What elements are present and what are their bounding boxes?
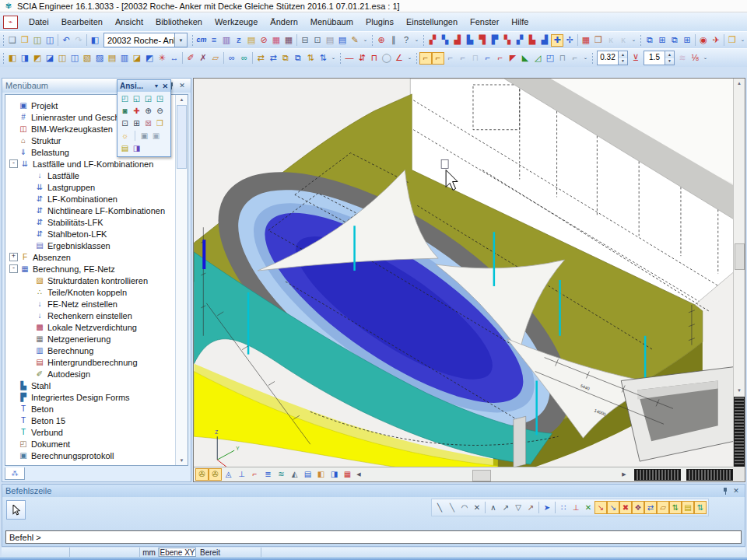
- member-op-1-icon[interactable]: ◧: [6, 52, 19, 65]
- table-results-icon[interactable]: ▦: [282, 34, 295, 47]
- menu-einstellungen[interactable]: Einstellungen: [400, 15, 464, 29]
- tree-item-verbund[interactable]: TVerbund: [5, 426, 175, 438]
- tree-item-lastgruppen[interactable]: ⇊Lastgruppen: [5, 181, 175, 193]
- display-node-2-icon[interactable]: ▚: [439, 34, 451, 47]
- splitter-bar-v[interactable]: [734, 397, 745, 467]
- ucs-axes-icon[interactable]: ✚: [131, 105, 142, 117]
- move-1-icon[interactable]: ⇄: [254, 52, 267, 65]
- mesh-folder-icon[interactable]: ❒: [592, 34, 605, 47]
- frame-tool-2-icon[interactable]: ⌐: [432, 52, 444, 65]
- select-pen-icon[interactable]: ✐: [184, 52, 197, 65]
- view-y-icon[interactable]: ◱: [131, 93, 142, 104]
- display-node-3-icon[interactable]: ▟: [451, 34, 464, 47]
- camera-2-icon[interactable]: ▣: [150, 130, 162, 142]
- wave-tool-icon[interactable]: ≋: [676, 52, 689, 65]
- ratio-tool-icon[interactable]: ⅛: [689, 52, 701, 65]
- copy-2-icon[interactable]: ⧉: [292, 52, 304, 65]
- tree-item-teile-knoten-koppeln[interactable]: ∴Teile/Knoten koppeln: [5, 286, 175, 298]
- mirror-1-icon[interactable]: ⇅: [304, 52, 317, 65]
- frame-tool-6-icon[interactable]: ⌐: [482, 52, 494, 65]
- mirror-2-icon[interactable]: ⇅: [317, 52, 329, 65]
- regen-view-icon[interactable]: ▦: [341, 468, 354, 481]
- draw-double-icon[interactable]: ⇵: [356, 52, 368, 65]
- kw-tool-2-icon[interactable]: ĸ: [617, 34, 630, 47]
- splitter-bar-h1[interactable]: [634, 469, 681, 481]
- track-node-icon[interactable]: ↘: [607, 501, 619, 514]
- toolbar-chevron-icon[interactable]: ˇ: [329, 52, 338, 65]
- frame-tool-5-icon[interactable]: ⊓: [469, 52, 482, 65]
- snap-free-icon[interactable]: ╲: [433, 501, 446, 514]
- kw-tool-1-icon[interactable]: ĸ: [605, 34, 617, 47]
- snap-arc-icon[interactable]: ◠: [458, 501, 471, 514]
- viewport-vscrollbar[interactable]: ▲ ▼: [733, 79, 745, 467]
- work-plane-icon[interactable]: ▱: [657, 501, 669, 514]
- display-node-7-icon[interactable]: ▚: [501, 34, 514, 47]
- project-combo-dropdown-icon[interactable]: ▼: [174, 33, 187, 47]
- numbering-icon[interactable]: ▤: [301, 468, 314, 481]
- draw-rect-icon[interactable]: ⊓: [368, 52, 381, 65]
- tree-item-fe-netz-einstellen[interactable]: ↓FE-Netz einstellen: [5, 298, 175, 310]
- undo-icon[interactable]: ↶: [60, 34, 72, 47]
- close-icon[interactable]: ✕: [731, 485, 742, 496]
- frame-tool-4-icon[interactable]: ⌐: [457, 52, 469, 65]
- display-node-active-icon[interactable]: ✚: [551, 34, 563, 47]
- zoom-selection-red-icon[interactable]: ⊕: [375, 34, 388, 47]
- member-op-2-icon[interactable]: ◨: [19, 52, 31, 65]
- toolbar-chevron-icon[interactable]: ˇ: [581, 52, 590, 65]
- snap-off-icon[interactable]: ✕: [471, 501, 483, 514]
- zoom-all-icon[interactable]: ⊞: [131, 117, 142, 129]
- tree-item-stabilit-ts-lfk[interactable]: ⇵Stabilitäts-LFK: [5, 216, 175, 228]
- snap-surface-icon[interactable]: ▽: [512, 501, 524, 514]
- delete-icon[interactable]: ⊘: [258, 34, 270, 47]
- scale-factor-stepper[interactable]: 1.5▲▼: [644, 51, 675, 65]
- tree-scrollbar[interactable]: ▲ ▼: [175, 95, 188, 465]
- pin-icon[interactable]: [720, 485, 731, 496]
- command-input[interactable]: [5, 530, 742, 544]
- tree-item-ergebnisklassen[interactable]: ▤Ergebnisklassen: [5, 240, 175, 251]
- zoom-in-icon[interactable]: ⊕: [142, 105, 154, 117]
- visibility-icon[interactable]: ◉: [697, 34, 710, 47]
- member-op-6-icon[interactable]: ◫: [68, 52, 81, 65]
- save-all-icon[interactable]: ◫: [31, 34, 44, 47]
- link-1-icon[interactable]: ∞: [226, 52, 238, 65]
- calculator-icon[interactable]: ▤: [682, 501, 694, 514]
- collapse-box[interactable]: -: [9, 159, 18, 168]
- frame-tool-8-icon[interactable]: ◤: [507, 52, 519, 65]
- zoom-window-icon[interactable]: ⊡: [119, 117, 131, 129]
- dot-grid-icon[interactable]: ∷: [557, 501, 570, 514]
- tree-item-berechnungsprotokoll[interactable]: ▣Berechnungsprotokoll: [5, 450, 175, 461]
- document-icon[interactable]: ▤: [324, 34, 336, 47]
- tree-item-strukturdaten-kontrollieren[interactable]: ▨Strukturdaten kontrollieren: [5, 275, 175, 286]
- line-width-stepper[interactable]: 0.32▲▼: [597, 51, 628, 65]
- tree-item-stahl[interactable]: ▙Stahl: [5, 380, 175, 391]
- line-width-up-icon[interactable]: ▲: [619, 51, 627, 58]
- menu-werkzeuge[interactable]: Werkzeuge: [209, 15, 264, 29]
- chevron-down-icon[interactable]: ▼: [154, 83, 160, 89]
- project-window-icon[interactable]: ◧: [89, 34, 101, 47]
- view-x-icon[interactable]: ◰: [119, 93, 131, 104]
- expand-box[interactable]: +: [9, 253, 18, 261]
- project-combo[interactable]: 20032 Roche- Ank▼: [103, 33, 188, 47]
- tree-item-beton[interactable]: TBeton: [5, 403, 175, 415]
- tree-item-netzgenerierung[interactable]: ▦Netzgenerierung: [5, 333, 175, 345]
- print-preview-icon[interactable]: ⊡: [311, 34, 324, 47]
- select-polygon-icon[interactable]: ▱: [209, 52, 222, 65]
- draw-circle-icon[interactable]: ◯: [381, 52, 393, 65]
- load-labels-icon[interactable]: ⌐: [248, 468, 261, 481]
- member-op-11-icon[interactable]: ◪: [131, 52, 143, 65]
- member-swap-icon[interactable]: ↔: [168, 52, 181, 65]
- close-icon[interactable]: ✕: [162, 82, 168, 90]
- member-query-icon[interactable]: ?: [400, 34, 412, 47]
- layers-icon[interactable]: ≡: [208, 34, 220, 47]
- gallery-icon[interactable]: ▥: [220, 34, 233, 47]
- document-new-icon[interactable]: ▤: [336, 34, 349, 47]
- scroll-thumb[interactable]: [177, 105, 187, 169]
- display-node-4-icon[interactable]: ▙: [464, 34, 476, 47]
- line-width-down-icon[interactable]: ▼: [619, 58, 627, 65]
- tree-item-nichtlineare-lf-kombinationen[interactable]: ⇵Nichtlineare LF-Kombinationen: [5, 205, 175, 216]
- zoom-selection-icon[interactable]: ⊠: [142, 117, 154, 129]
- tree-item-lastf-lle[interactable]: ↓Lastfälle: [5, 170, 175, 181]
- camera-1-icon[interactable]: ▣: [139, 130, 150, 142]
- open-project-icon[interactable]: ❒: [19, 34, 31, 47]
- hscroll-left-icon[interactable]: ◀: [354, 471, 363, 478]
